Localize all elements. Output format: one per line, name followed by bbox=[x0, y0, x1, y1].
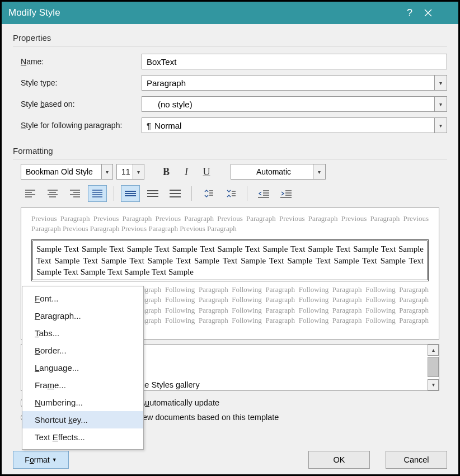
spacing-1.5-button[interactable] bbox=[143, 185, 162, 202]
preview-previous-text: Previous Paragraph Previous Paragraph Pr… bbox=[31, 214, 429, 234]
separator bbox=[191, 186, 192, 201]
autoupdate-label: Auutomatically update bbox=[139, 398, 219, 407]
align-left-button[interactable] bbox=[21, 185, 40, 202]
scroll-thumb[interactable] bbox=[428, 357, 439, 377]
space-before-decrease-button[interactable] bbox=[221, 185, 240, 202]
chevron-down-icon[interactable]: ▾ bbox=[313, 164, 325, 179]
styletype-label: Style type: bbox=[13, 78, 142, 87]
preview-sample-text: Sample Text Sample Text Sample Text Samp… bbox=[31, 239, 429, 281]
name-label: Name: bbox=[13, 57, 142, 66]
menu-numbering[interactable]: Numbering... bbox=[22, 394, 143, 411]
italic-button[interactable]: I bbox=[178, 164, 195, 180]
menu-language[interactable]: Language... bbox=[22, 359, 143, 376]
menu-shortcut-key[interactable]: Shortcut key... bbox=[22, 411, 143, 428]
menu-border[interactable]: Border... bbox=[22, 342, 143, 359]
window-title: Modify Style bbox=[8, 7, 396, 18]
font-dropdown[interactable]: Bookman Old Style ▾ bbox=[21, 164, 113, 180]
divider bbox=[13, 46, 447, 46]
separator bbox=[247, 186, 247, 201]
help-button[interactable]: ? bbox=[396, 7, 424, 19]
chevron-down-icon[interactable]: ▾ bbox=[434, 118, 447, 133]
format-button[interactable]: Format▼ bbox=[13, 451, 69, 469]
pilcrow-icon: ¶ bbox=[147, 121, 151, 130]
fontcolor-dropdown[interactable]: Automatic ▾ bbox=[231, 164, 326, 180]
separator bbox=[114, 186, 114, 201]
scroll-up-button[interactable]: ▴ bbox=[428, 345, 439, 356]
align-center-button[interactable] bbox=[43, 185, 62, 202]
chevron-down-icon[interactable]: ▾ bbox=[434, 76, 447, 90]
menu-tabs[interactable]: Tabs... bbox=[22, 324, 143, 342]
properties-heading: Properties bbox=[13, 33, 447, 43]
caret-down-icon: ▼ bbox=[52, 457, 57, 463]
new-docs-label: New documents based on this template bbox=[137, 413, 279, 422]
modify-style-dialog: Modify Style ? Properties Name: BoxText … bbox=[0, 0, 460, 476]
menu-frame[interactable]: Frame... bbox=[22, 376, 143, 394]
format-menu: Font... Paragraph... Tabs... Border... L… bbox=[22, 286, 144, 450]
following-dropdown[interactable]: ¶Normal ▾ bbox=[142, 117, 447, 133]
divider bbox=[13, 159, 447, 159]
following-label: Style for following paragraph: bbox=[13, 121, 142, 130]
cancel-button[interactable]: Cancel bbox=[386, 451, 447, 469]
spacing-1-button[interactable] bbox=[121, 185, 140, 202]
close-button[interactable] bbox=[424, 8, 452, 17]
chevron-down-icon[interactable]: ▾ bbox=[101, 164, 112, 179]
chevron-down-icon[interactable]: ▾ bbox=[133, 164, 144, 179]
menu-paragraph[interactable]: Paragraph... bbox=[22, 307, 143, 324]
menu-font[interactable]: Font... bbox=[22, 290, 143, 307]
basedon-label: Style based on: bbox=[13, 100, 142, 109]
menu-text-effects[interactable]: Text Effects... bbox=[22, 428, 143, 446]
scroll-down-button[interactable]: ▾ bbox=[428, 379, 439, 390]
titlebar: Modify Style ? bbox=[2, 2, 458, 24]
name-input[interactable]: BoxText bbox=[142, 54, 447, 69]
styletype-dropdown[interactable]: Paragraph ▾ bbox=[142, 75, 447, 91]
ok-button[interactable]: OK bbox=[308, 451, 370, 469]
formatting-heading: Formatting bbox=[13, 146, 447, 155]
chevron-down-icon[interactable]: ▾ bbox=[434, 97, 447, 111]
increase-indent-button[interactable] bbox=[276, 185, 295, 202]
spacing-2-button[interactable] bbox=[166, 185, 185, 202]
bold-button[interactable]: B bbox=[158, 164, 175, 180]
underline-button[interactable]: U bbox=[198, 164, 215, 180]
align-justify-button[interactable] bbox=[88, 185, 107, 202]
align-right-button[interactable] bbox=[65, 185, 85, 202]
basedon-dropdown[interactable]: (no style) ▾ bbox=[142, 96, 447, 112]
fontsize-dropdown[interactable]: 11 ▾ bbox=[116, 164, 144, 180]
space-before-increase-button[interactable] bbox=[199, 185, 218, 202]
decrease-indent-button[interactable] bbox=[254, 185, 273, 202]
